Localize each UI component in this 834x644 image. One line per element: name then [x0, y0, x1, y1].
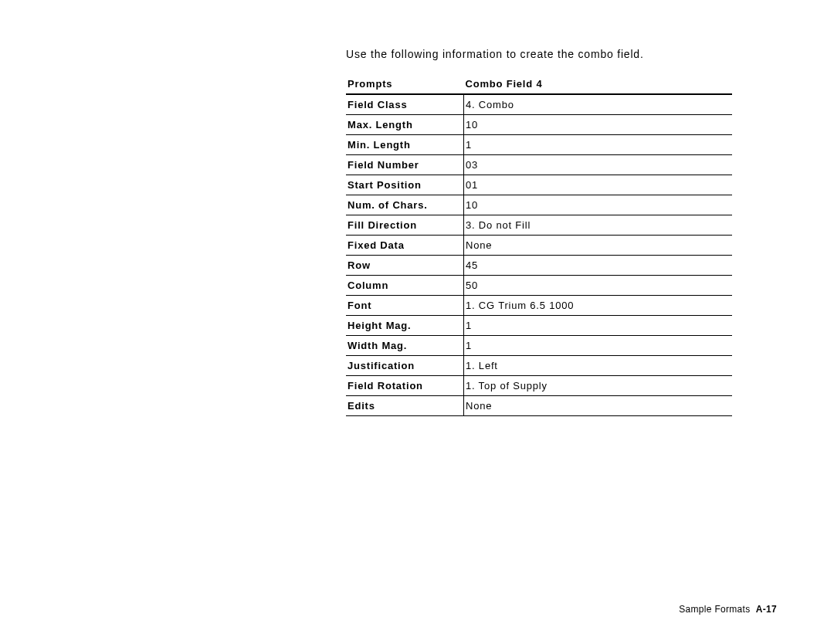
row-value: None — [464, 396, 733, 416]
row-label: Fixed Data — [346, 236, 464, 256]
row-value: 1 — [464, 316, 733, 336]
document-page: Use the following information to create … — [0, 0, 834, 644]
table-row: Start Position01 — [346, 175, 732, 195]
table-row: Row45 — [346, 256, 732, 276]
table-row: Font1. CG Trium 6.5 1000 — [346, 296, 732, 316]
row-label: Edits — [346, 396, 464, 416]
row-label: Row — [346, 256, 464, 276]
row-value: 4. Combo — [464, 94, 733, 115]
row-label: Fill Direction — [346, 215, 464, 236]
row-label: Field Class — [346, 94, 464, 115]
intro-text: Use the following information to create … — [346, 48, 780, 60]
row-value: 1. Top of Supply — [464, 376, 733, 396]
row-label: Width Mag. — [346, 336, 464, 356]
row-value: 50 — [464, 276, 733, 296]
table-row: Height Mag.1 — [346, 316, 732, 336]
table-row: Field Number03 — [346, 155, 732, 175]
row-value: 1 — [464, 336, 733, 356]
table-row: Max. Length10 — [346, 115, 732, 135]
row-label: Font — [346, 296, 464, 316]
row-label: Min. Length — [346, 135, 464, 155]
row-value: 10 — [464, 115, 733, 135]
row-label: Field Number — [346, 155, 464, 175]
row-value: 1. CG Trium 6.5 1000 — [464, 296, 733, 316]
row-value: 3. Do not Fill — [464, 215, 733, 236]
row-value: 1. Left — [464, 356, 733, 376]
page-footer: Sample Formats A-17 — [679, 604, 777, 615]
row-label: Field Rotation — [346, 376, 464, 396]
table-row: Column50 — [346, 276, 732, 296]
row-value: 45 — [464, 256, 733, 276]
table-row: Fixed DataNone — [346, 236, 732, 256]
row-value: None — [464, 236, 733, 256]
row-label: Num. of Chars. — [346, 195, 464, 215]
row-value: 10 — [464, 195, 733, 215]
table-row: Fill Direction3. Do not Fill — [346, 215, 732, 236]
row-label: Height Mag. — [346, 316, 464, 336]
row-label: Column — [346, 276, 464, 296]
row-value: 1 — [464, 135, 733, 155]
table-header-row: Prompts Combo Field 4 — [346, 74, 732, 94]
footer-section: Sample Formats — [679, 604, 750, 615]
table-body: Field Class4. ComboMax. Length10Min. Len… — [346, 94, 732, 416]
row-value: 01 — [464, 175, 733, 195]
footer-page-number: A-17 — [756, 604, 777, 615]
row-label: Max. Length — [346, 115, 464, 135]
row-label: Justification — [346, 356, 464, 376]
combo-field-spec-table: Prompts Combo Field 4 Field Class4. Comb… — [346, 74, 732, 416]
row-value: 03 — [464, 155, 733, 175]
header-value: Combo Field 4 — [464, 74, 733, 94]
table-row: Width Mag.1 — [346, 336, 732, 356]
table-row: Min. Length1 — [346, 135, 732, 155]
header-prompts: Prompts — [346, 74, 464, 94]
table-row: Field Rotation1. Top of Supply — [346, 376, 732, 396]
table-row: EditsNone — [346, 396, 732, 416]
table-row: Num. of Chars.10 — [346, 195, 732, 215]
row-label: Start Position — [346, 175, 464, 195]
table-row: Field Class4. Combo — [346, 94, 732, 115]
table-row: Justification1. Left — [346, 356, 732, 376]
